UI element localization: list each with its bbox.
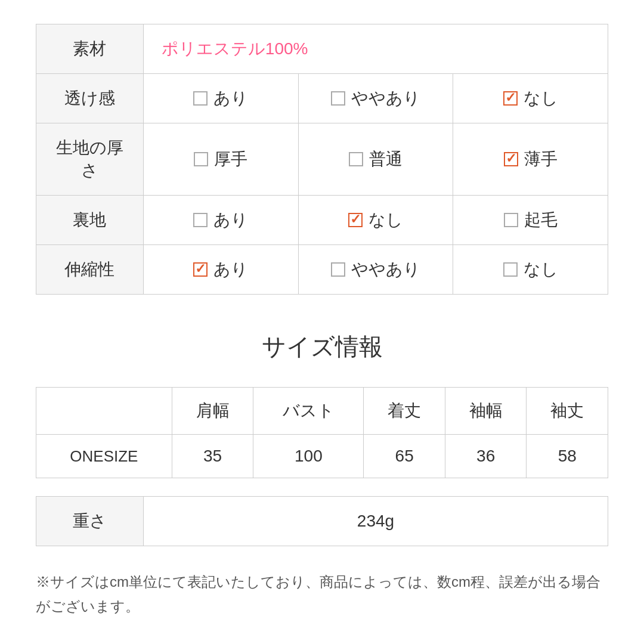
checkbox-empty-icon (331, 262, 345, 277)
checkbox-empty-icon (194, 152, 208, 166)
thickness-option-3: 薄手 (453, 123, 608, 196)
elasticity-label: 伸縮性 (36, 245, 144, 295)
elasticity-option-3-text: なし (524, 258, 558, 281)
thickness-option-1: 厚手 (143, 123, 298, 196)
material-properties-table: 素材 ポリエステル100% 透け感 あり ややあり なし 生地の厚さ (36, 24, 608, 295)
thickness-option-2: 普通 (298, 123, 453, 196)
transparency-row: 透け感 あり ややあり なし (36, 74, 608, 123)
transparency-option-3-text: なし (524, 87, 558, 110)
lining-option-2: なし (298, 196, 453, 245)
transparency-label: 透け感 (36, 74, 144, 123)
checkbox-checked-icon (504, 152, 518, 166)
size-shoulder-value: 35 (172, 435, 253, 478)
material-label: 素材 (36, 24, 144, 74)
lining-option-1-text: あり (213, 209, 248, 231)
weight-row: 重さ 234g (36, 497, 608, 546)
size-header-label (36, 388, 172, 435)
lining-row: 裏地 あり なし 起毛 (36, 196, 608, 245)
transparency-option-1: あり (143, 74, 298, 123)
transparency-option-1-text: あり (213, 87, 248, 110)
transparency-option-2-text: ややあり (351, 87, 420, 110)
elasticity-option-2: ややあり (298, 245, 453, 295)
size-table-header-row: 肩幅 バスト 着丈 袖幅 袖丈 (36, 388, 608, 435)
lining-option-1: あり (143, 196, 298, 245)
transparency-option-2: ややあり (298, 74, 453, 123)
lining-label: 裏地 (36, 196, 144, 245)
thickness-option-3-text: 薄手 (524, 148, 558, 171)
elasticity-option-2-text: ややあり (351, 258, 420, 281)
checkbox-empty-icon (503, 262, 518, 277)
thickness-option-1-text: 厚手 (214, 148, 247, 171)
size-sleeve-length-value: 58 (527, 435, 608, 478)
size-sleeve-width-value: 36 (445, 435, 527, 478)
elasticity-option-1-text: あり (213, 258, 248, 281)
material-value: ポリエステル100% (143, 24, 608, 74)
lining-option-3-text: 起毛 (524, 209, 558, 231)
checkbox-checked-icon (503, 91, 518, 106)
transparency-option-3: なし (453, 74, 608, 123)
size-header-shoulder: 肩幅 (172, 388, 253, 435)
size-header-bust: バスト (253, 388, 364, 435)
checkbox-empty-icon (193, 213, 208, 227)
elasticity-row: 伸縮性 あり ややあり なし (36, 245, 608, 295)
size-table-row: ONESIZE 35 100 65 36 58 (36, 435, 608, 478)
thickness-label: 生地の厚さ (36, 123, 144, 196)
size-row-label: ONESIZE (36, 435, 172, 478)
checkbox-empty-icon (349, 152, 363, 166)
checkbox-checked-icon (348, 213, 363, 227)
thickness-row: 生地の厚さ 厚手 普通 薄手 (36, 123, 608, 196)
size-table: 肩幅 バスト 着丈 袖幅 袖丈 ONESIZE 35 100 65 36 58 (36, 387, 608, 478)
checkbox-empty-icon (504, 213, 518, 227)
weight-value: 234g (144, 497, 608, 546)
lining-option-2-text: なし (369, 209, 403, 231)
size-length-value: 65 (364, 435, 445, 478)
elasticity-option-3: なし (453, 245, 608, 295)
disclaimer-text: ※サイズはcm単位にて表記いたしており、商品によっては、数cm程、誤差が出る場合… (36, 570, 608, 619)
checkbox-empty-icon (331, 91, 345, 106)
size-header-sleeve-length: 袖丈 (527, 388, 608, 435)
size-section-title: サイズ情報 (36, 330, 608, 363)
thickness-option-2-text: 普通 (369, 148, 402, 171)
elasticity-option-1: あり (143, 245, 298, 295)
weight-label: 重さ (36, 497, 144, 546)
size-header-sleeve-width: 袖幅 (445, 388, 527, 435)
checkbox-empty-icon (193, 91, 208, 106)
size-header-length: 着丈 (364, 388, 445, 435)
checkbox-checked-icon (193, 262, 208, 277)
size-bust-value: 100 (253, 435, 364, 478)
material-row: 素材 ポリエステル100% (36, 24, 608, 74)
weight-table: 重さ 234g (36, 496, 608, 546)
lining-option-3: 起毛 (453, 196, 608, 245)
